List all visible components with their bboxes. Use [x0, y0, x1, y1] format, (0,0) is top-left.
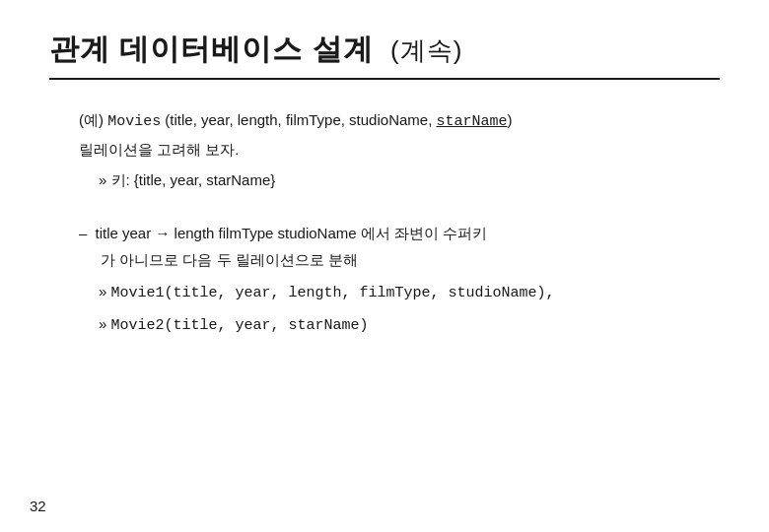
arrow-sym: →	[155, 225, 170, 241]
title-subtitle: (계속)	[390, 35, 462, 65]
example-end: )	[508, 111, 513, 128]
dash-symbol: –	[79, 225, 87, 241]
arrow-line-1: – title year → length filmType studioNam…	[79, 221, 720, 246]
example-line2-text: 릴레이션을 고려해 보자.	[79, 141, 240, 158]
arrow-line1-pre: title year	[96, 225, 156, 241]
movie1-text: Movie1(title, year, length, filmType, st…	[111, 285, 555, 301]
arrow-line2-text: 가 아니므로 다음 두 릴레이션으로 분해	[101, 251, 358, 268]
example-text: (title, year, length, filmType, studioNa…	[161, 111, 436, 128]
page-container: 관계 데이터베이스 설계 (계속) (예) Movies (title, yea…	[0, 0, 769, 532]
title-text: 관계 데이터베이스 설계	[49, 33, 374, 65]
example-block: (예) Movies (title, year, length, filmTyp…	[79, 107, 720, 193]
movies-keyword: Movies	[107, 113, 161, 130]
example-label: (예)	[79, 111, 107, 128]
movie1-item: Movie1(title, year, length, filmType, st…	[99, 279, 720, 306]
movie2-text: Movie2(title, year, starName)	[111, 317, 369, 334]
content-area: (예) Movies (title, year, length, filmTyp…	[49, 107, 720, 339]
key-item: 키: {title, year, starName}	[99, 167, 720, 193]
section-block: – title year → length filmType studioNam…	[79, 221, 720, 339]
arrow-line1-post: length filmType studioName 에서 좌변이 수퍼키	[170, 225, 487, 241]
starname-text: starName	[436, 113, 507, 130]
title-divider	[49, 78, 720, 80]
page-number: 32	[30, 498, 46, 514]
movie2-item: Movie2(title, year, starName)	[99, 311, 720, 339]
key-label: 키: {title, year, starName}	[111, 171, 276, 188]
title-section: 관계 데이터베이스 설계 (계속)	[49, 30, 720, 70]
page-title: 관계 데이터베이스 설계 (계속)	[49, 33, 462, 65]
example-line-2: 릴레이션을 고려해 보자.	[79, 137, 720, 163]
example-line-1: (예) Movies (title, year, length, filmTyp…	[79, 107, 720, 135]
arrow-line-2: 가 아니므로 다음 두 릴레이션으로 분해	[101, 247, 720, 273]
